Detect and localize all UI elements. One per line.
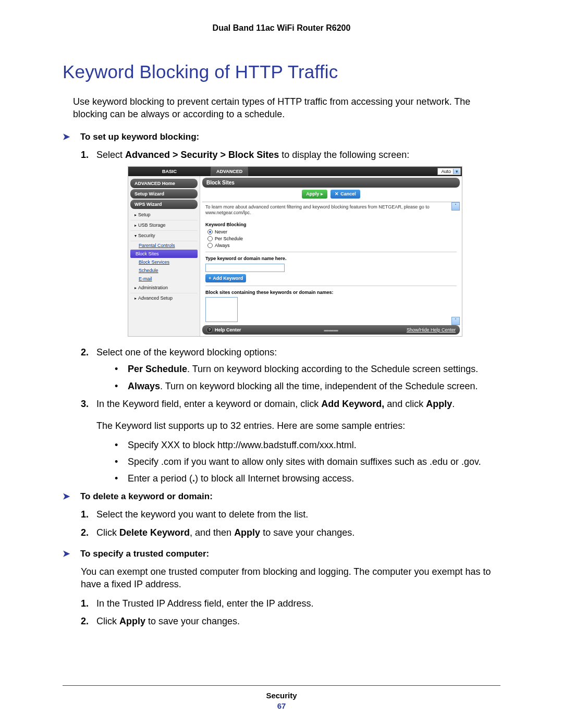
document-header: Dual Band 11ac WiFi Router R6200	[63, 23, 500, 33]
step-item: 2. Click Delete Keyword, and then Apply …	[63, 526, 500, 539]
cancel-button[interactable]: ✕Cancel	[331, 190, 360, 198]
chevron-right-icon: ➤	[63, 131, 73, 142]
help-center-bar: ?Help Center ▬▬▬ Show/Hide Help Center	[202, 325, 460, 335]
procedure-heading-text: To specify a trusted computer:	[80, 549, 209, 559]
sidebar-item-wps-wizard[interactable]: WPS Wizard	[130, 200, 198, 209]
chapter-label: Security	[63, 691, 500, 700]
keyword-listbox[interactable]	[205, 297, 238, 322]
sidebar-item-email[interactable]: E-mail	[130, 275, 198, 283]
radio-icon	[207, 243, 213, 248]
triangle-right-icon: ▸	[134, 213, 137, 217]
tab-advanced[interactable]: ADVANCED	[211, 167, 248, 176]
sidebar-item-administration[interactable]: ▸Administration	[130, 283, 198, 293]
procedure-heading-text: To set up keyword blocking:	[80, 132, 199, 142]
sidebar-item-block-services[interactable]: Block Services	[130, 258, 198, 266]
sidebar-item-security[interactable]: ▾Security	[130, 231, 198, 241]
top-tab-bar: BASIC ADVANCED Auto ▾	[128, 167, 462, 176]
panel-title: Block Sites	[202, 178, 460, 188]
plus-icon: +	[209, 275, 211, 281]
step-item: 2. Select one of the keyword blocking op…	[63, 346, 500, 392]
step-text: to display the following screen:	[279, 150, 409, 160]
main-panel: Block Sites Apply▸ ✕Cancel ˄ ˅ To learn …	[200, 176, 462, 336]
triangle-down-icon: ▾	[134, 233, 137, 238]
step-item: 1.In the Trusted IP Address field, enter…	[63, 597, 500, 610]
procedure-heading-delete: ➤ To delete a keyword or domain:	[63, 491, 500, 502]
step-text: Select	[96, 150, 125, 160]
scroll-down-icon[interactable]: ˅	[451, 317, 460, 325]
procedure-intro: You can exempt one trusted computer from…	[81, 565, 500, 591]
apply-button[interactable]: Apply▸	[302, 190, 327, 198]
keyword-input[interactable]	[205, 264, 285, 272]
sidebar-item-block-sites[interactable]: Block Sites	[130, 250, 198, 258]
step-item: 3. In the Keyword field, enter a keyword…	[63, 398, 500, 410]
bullet-item: Specify .com if you want to allow only s…	[96, 455, 500, 468]
chevron-right-icon: ➤	[63, 491, 73, 502]
step-item: 2. Click Apply to save your changes.	[63, 615, 500, 627]
keyword-input-label: Type keyword or domain name here.	[205, 255, 457, 262]
sidebar-nav: ADVANCED Home Setup Wizard WPS Wizard ▸S…	[128, 176, 200, 336]
scroll-up-icon[interactable]: ˄	[451, 202, 460, 211]
add-keyword-button[interactable]: +Add Keyword	[205, 274, 246, 282]
step-text: Select one of the keyword blocking optio…	[96, 347, 277, 357]
help-center-label: Help Center	[215, 327, 241, 333]
radio-per-schedule[interactable]: Per Schedule	[207, 236, 457, 242]
language-select[interactable]: Auto ▾	[437, 168, 461, 175]
radio-always[interactable]: Always	[207, 242, 457, 249]
tab-basic[interactable]: BASIC	[128, 167, 211, 176]
radio-icon	[207, 229, 213, 235]
drag-grip-icon[interactable]: ▬▬▬	[324, 327, 338, 333]
select-value: Auto	[441, 168, 451, 175]
triangle-right-icon: ▸	[134, 296, 137, 301]
keyword-blocking-label: Keyword Blocking	[205, 221, 457, 228]
radio-never[interactable]: Never	[207, 229, 457, 235]
sidebar-item-usb-storage[interactable]: ▸USB Storage	[130, 220, 198, 231]
note-text: The Keyword list supports up to 32 entri…	[96, 419, 500, 432]
triangle-right-icon: ▸	[134, 223, 137, 228]
bullet-item: Per Schedule. Turn on keyword blocking a…	[96, 363, 500, 375]
radio-icon	[207, 236, 213, 241]
step-item: 1.Select the keyword you want to delete …	[63, 508, 500, 521]
chevron-down-icon: ▾	[453, 169, 460, 174]
show-hide-help-link[interactable]: Show/Hide Help Center	[407, 327, 456, 333]
bullet-item: Always. Turn on keyword blocking all the…	[96, 380, 500, 392]
procedure-heading-text: To delete a keyword or domain:	[80, 491, 213, 502]
play-icon: ▸	[321, 191, 323, 197]
page-number: 67	[63, 701, 500, 710]
sidebar-item-advanced-setup[interactable]: ▸Advanced Setup	[130, 293, 198, 303]
sidebar-item-setup[interactable]: ▸Setup	[130, 210, 198, 220]
bullet-item: Specify XXX to block http://www.badstuff…	[96, 439, 500, 451]
help-icon: ?	[206, 327, 213, 333]
chevron-right-icon: ➤	[63, 548, 73, 559]
procedure-heading-setup: ➤ To set up keyword blocking:	[63, 131, 500, 142]
procedure-heading-trusted: ➤ To specify a trusted computer:	[63, 548, 500, 559]
step-item: 1. Select Advanced > Security > Block Si…	[63, 149, 500, 337]
sidebar-item-advanced-home[interactable]: ADVANCED Home	[130, 179, 198, 188]
menu-path: Advanced > Security > Block Sites	[125, 150, 279, 160]
triangle-right-icon: ▸	[134, 286, 137, 290]
sidebar-item-parental-controls[interactable]: Parental Controls	[130, 241, 198, 250]
router-ui-screenshot: BASIC ADVANCED Auto ▾ ADVANCED Home Setu…	[128, 166, 462, 337]
intro-text: Use keyword blocking to prevent certain …	[73, 95, 500, 121]
info-text: To learn more about advanced content fil…	[205, 204, 457, 216]
x-icon: ✕	[335, 191, 339, 197]
sidebar-item-setup-wizard[interactable]: Setup Wizard	[130, 189, 198, 199]
page-title: Keyword Blocking of HTTP Traffic	[63, 61, 500, 82]
sidebar-item-schedule[interactable]: Schedule	[130, 266, 198, 275]
block-list-label: Block sites containing these keywords or…	[205, 289, 457, 295]
bullet-item: Enter a period (.) to block all Internet…	[96, 472, 500, 485]
page-footer: Security 67	[63, 685, 500, 710]
